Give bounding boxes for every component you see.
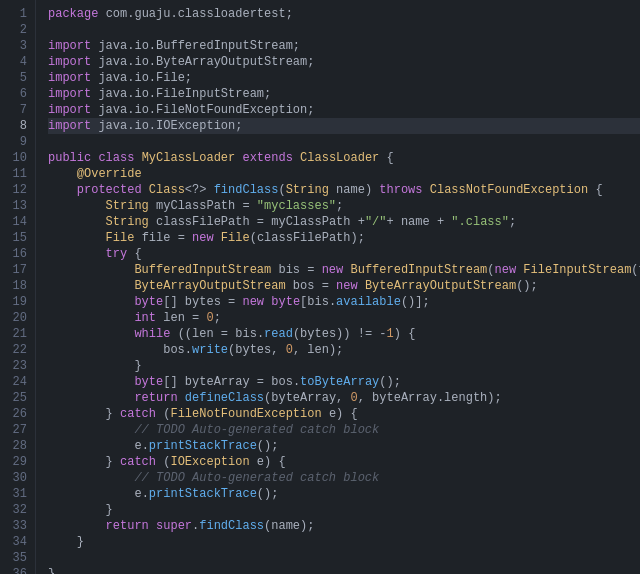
code-line-5: import java.io.File; [48, 70, 640, 86]
line-num-15: 15 [0, 230, 35, 246]
code-line-13: String myClassPath = "myclasses"; [48, 198, 640, 214]
line-num-35: 35 [0, 550, 35, 566]
code-line-9 [48, 134, 640, 150]
code-editor: 1 2 3 4 5 6 7 8 9 10 11 12 13 14 15 16 1… [0, 0, 640, 574]
code-line-27: // TODO Auto-generated catch block [48, 422, 640, 438]
code-line-18: ByteArrayOutputStream bos = new ByteArra… [48, 278, 640, 294]
line-num-25: 25 [0, 390, 35, 406]
line-numbers: 1 2 3 4 5 6 7 8 9 10 11 12 13 14 15 16 1… [0, 0, 36, 574]
code-line-21: while ((len = bis.read(bytes)) != -1) { [48, 326, 640, 342]
code-line-6: import java.io.FileInputStream; [48, 86, 640, 102]
code-line-15: File file = new File(classFilePath); [48, 230, 640, 246]
code-line-36: } [48, 566, 640, 574]
line-num-24: 24 [0, 374, 35, 390]
line-num-8: 8 [0, 118, 35, 134]
code-line-7: import java.io.FileNotFoundException; [48, 102, 640, 118]
line-num-32: 32 [0, 502, 35, 518]
line-num-33: 33 [0, 518, 35, 534]
line-num-9: 9 [0, 134, 35, 150]
line-num-14: 14 [0, 214, 35, 230]
line-num-16: 16 [0, 246, 35, 262]
line-num-6: 6 [0, 86, 35, 102]
code-line-23: } [48, 358, 640, 374]
line-num-2: 2 [0, 22, 35, 38]
line-num-12: 12 [0, 182, 35, 198]
line-num-4: 4 [0, 54, 35, 70]
code-line-17: BufferedInputStream bis = new BufferedIn… [48, 262, 640, 278]
line-num-19: 19 [0, 294, 35, 310]
code-line-8: import java.io.IOException; [48, 118, 640, 134]
line-num-36: 36 [0, 566, 35, 574]
code-line-35 [48, 550, 640, 566]
code-line-32: } [48, 502, 640, 518]
code-line-16: try { [48, 246, 640, 262]
code-line-3: import java.io.BufferedInputStream; [48, 38, 640, 54]
code-line-20: int len = 0; [48, 310, 640, 326]
code-line-12: protected Class<?> findClass(String name… [48, 182, 640, 198]
code-line-19: byte[] bytes = new byte[bis.available()]… [48, 294, 640, 310]
line-num-3: 3 [0, 38, 35, 54]
code-line-30: // TODO Auto-generated catch block [48, 470, 640, 486]
line-num-18: 18 [0, 278, 35, 294]
line-num-17: 17 [0, 262, 35, 278]
line-num-31: 31 [0, 486, 35, 502]
code-line-10: public class MyClassLoader extends Class… [48, 150, 640, 166]
line-num-1: 1 [0, 6, 35, 22]
code-line-29: } catch (IOException e) { [48, 454, 640, 470]
code-line-26: } catch (FileNotFoundException e) { [48, 406, 640, 422]
line-num-27: 27 [0, 422, 35, 438]
line-num-28: 28 [0, 438, 35, 454]
code-line-24: byte[] byteArray = bos.toByteArray(); [48, 374, 640, 390]
code-line-31: e.printStackTrace(); [48, 486, 640, 502]
line-num-11: 11 [0, 166, 35, 182]
line-num-13: 13 [0, 198, 35, 214]
code-line-25: return defineClass(byteArray, 0, byteArr… [48, 390, 640, 406]
code-line-28: e.printStackTrace(); [48, 438, 640, 454]
code-line-22: bos.write(bytes, 0, len); [48, 342, 640, 358]
line-num-34: 34 [0, 534, 35, 550]
line-num-29: 29 [0, 454, 35, 470]
line-num-23: 23 [0, 358, 35, 374]
code-line-14: String classFilePath = myClassPath +"/"+… [48, 214, 640, 230]
code-line-34: } [48, 534, 640, 550]
code-line-33: return super.findClass(name); [48, 518, 640, 534]
line-num-30: 30 [0, 470, 35, 486]
line-num-21: 21 [0, 326, 35, 342]
line-num-22: 22 [0, 342, 35, 358]
line-num-5: 5 [0, 70, 35, 86]
line-num-7: 7 [0, 102, 35, 118]
code-line-2 [48, 22, 640, 38]
code-line-1: package com.guaju.classloadertest; [48, 6, 640, 22]
line-num-20: 20 [0, 310, 35, 326]
code-content[interactable]: package com.guaju.classloadertest; impor… [36, 0, 640, 574]
line-num-26: 26 [0, 406, 35, 422]
code-line-4: import java.io.ByteArrayOutputStream; [48, 54, 640, 70]
line-num-10: 10 [0, 150, 35, 166]
code-line-11: @Override [48, 166, 640, 182]
